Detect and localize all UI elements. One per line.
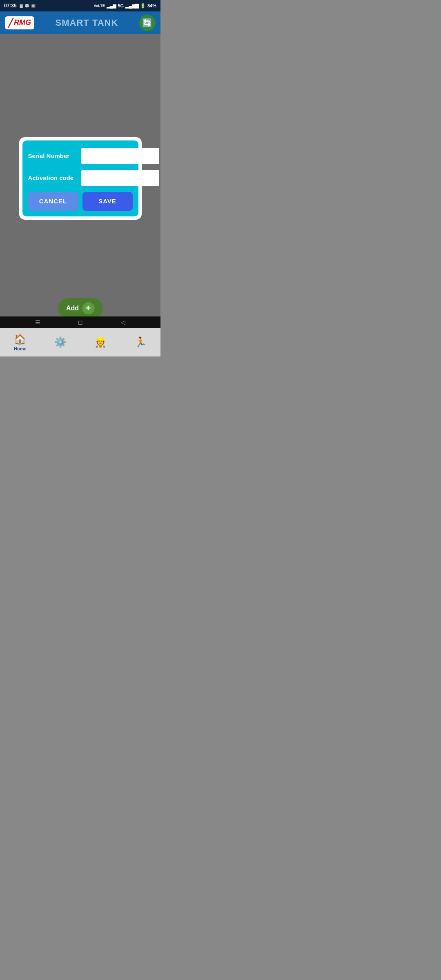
network-speed: 5G: [118, 3, 124, 8]
add-device-dialog: Serial Number Activation code CANCEL SAV…: [19, 137, 142, 220]
add-button-label: Add: [66, 305, 79, 312]
add-icon: +: [82, 302, 94, 314]
status-time: 07:35 📋 💬 🔲: [4, 3, 36, 9]
android-back-icon[interactable]: ◁: [121, 319, 125, 325]
battery-level: 84%: [147, 3, 156, 8]
logo-text: RMG: [14, 18, 31, 27]
refresh-icon: 🔄: [142, 18, 152, 28]
time-display: 07:35: [4, 3, 17, 9]
settings-icon: ⚙️: [54, 336, 67, 348]
logo-container: ╱ RMG: [5, 16, 34, 29]
status-indicators: VoLTE ▂▄▆ 5G ▂▄▆▇ 🔋 84%: [94, 3, 156, 9]
nav-item-user[interactable]: 👷: [94, 336, 107, 348]
network-type: VoLTE: [94, 4, 105, 8]
main-content: Serial Number Activation code CANCEL SAV…: [0, 34, 160, 323]
5g-signal: ▂▄▆▇: [125, 3, 138, 9]
home-label: Home: [14, 346, 27, 351]
user-icon: 👷: [94, 336, 107, 348]
add-button-container: Add +: [58, 298, 102, 318]
home-icon: 🏠: [14, 334, 26, 345]
status-bar: 07:35 📋 💬 🔲 VoLTE ▂▄▆ 5G ▂▄▆▇ 🔋 84%: [0, 0, 160, 11]
refresh-button[interactable]: 🔄: [139, 15, 156, 31]
app-header: ╱ RMG SMART TANK 🔄: [0, 11, 160, 34]
modal-overlay: Serial Number Activation code CANCEL SAV…: [0, 34, 160, 323]
signal-bars: ▂▄▆: [107, 3, 116, 9]
app-title: SMART TANK: [56, 18, 118, 28]
dialog-inner: Serial Number Activation code CANCEL SAV…: [22, 140, 138, 216]
android-menu-icon[interactable]: ☰: [35, 319, 40, 325]
activation-code-input[interactable]: [81, 170, 159, 186]
nav-item-activity[interactable]: 🏃: [134, 336, 147, 348]
bottom-nav: 🏠 Home ⚙️ 👷 🏃: [0, 328, 160, 356]
serial-number-input[interactable]: [81, 148, 159, 164]
serial-number-label: Serial Number: [28, 152, 77, 159]
nav-item-settings[interactable]: ⚙️: [54, 336, 67, 348]
nav-item-home[interactable]: 🏠 Home: [14, 334, 27, 351]
activation-code-label: Activation code: [28, 174, 77, 181]
android-home-icon[interactable]: ◻: [78, 319, 83, 325]
logo-slash-icon: ╱: [8, 18, 13, 28]
activity-icon: 🏃: [134, 336, 147, 348]
save-button[interactable]: SAVE: [82, 192, 133, 211]
activation-code-row: Activation code: [28, 170, 133, 186]
add-button[interactable]: Add +: [58, 298, 102, 318]
android-nav-bar: ☰ ◻ ◁: [0, 316, 160, 328]
dialog-buttons: CANCEL SAVE: [28, 192, 133, 211]
battery-icon: 🔋: [140, 3, 146, 9]
cancel-button[interactable]: CANCEL: [28, 192, 78, 211]
serial-number-row: Serial Number: [28, 148, 133, 164]
notification-icons: 📋 💬 🔲: [19, 4, 36, 8]
